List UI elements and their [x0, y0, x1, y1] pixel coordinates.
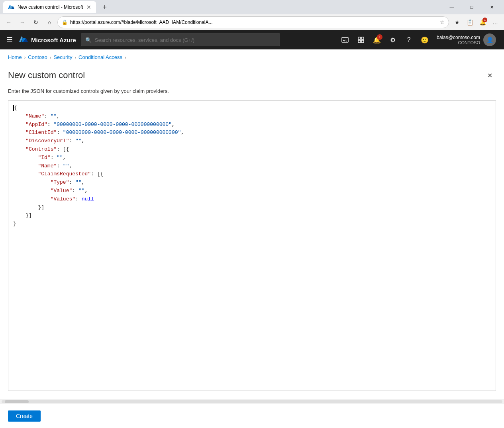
- notification-badge: 1: [482, 18, 487, 22]
- feedback-button[interactable]: 🙂: [418, 33, 432, 47]
- toolbar-actions: ★ 📋 🔔 1 …: [451, 17, 501, 28]
- breadcrumb-sep-3: ›: [75, 55, 76, 60]
- azure-portal-header: ☰ Microsoft Azure 🔍 🔔 1 ⚙: [0, 30, 504, 49]
- user-email: balas@contoso.com: [437, 35, 480, 40]
- json-line-2: "Name": "",: [13, 112, 491, 121]
- panel-description: Enter the JSON for customized controls g…: [8, 88, 496, 94]
- json-line-8: "Name": "",: [13, 162, 491, 171]
- search-icon: 🔍: [85, 37, 92, 43]
- json-line-11: "Value": "",: [13, 187, 491, 195]
- browser-titlebar: New custom control - Microsoft ✕ + — □ ✕: [0, 0, 504, 14]
- breadcrumb-security[interactable]: Security: [53, 54, 72, 60]
- json-line-14: }]: [13, 212, 491, 220]
- browser-toolbar: ← → ↻ ⌂ 🔒 ☆ ★ 📋 🔔 1 …: [0, 14, 504, 30]
- panel-close-button[interactable]: ✕: [483, 69, 496, 82]
- user-avatar: 👤: [483, 33, 496, 46]
- user-text: balas@contoso.com CONTOSO: [437, 35, 480, 45]
- user-profile-area[interactable]: balas@contoso.com CONTOSO 👤: [433, 33, 499, 47]
- user-tenant: CONTOSO: [437, 40, 480, 45]
- svg-rect-3: [358, 40, 361, 43]
- browser-tab[interactable]: New custom control - Microsoft ✕: [3, 1, 96, 13]
- svg-rect-1: [358, 37, 361, 39]
- tab-favicon: [8, 4, 14, 10]
- close-button[interactable]: ✕: [482, 1, 501, 13]
- breadcrumb: Home › Contoso › Security › Conditional …: [0, 49, 504, 65]
- azure-search-input[interactable]: [95, 37, 276, 43]
- json-line-10: "Type": "",: [13, 179, 491, 187]
- browser-menu-button[interactable]: …: [490, 17, 501, 28]
- json-editor[interactable]: { "Name": "", "AppId": "00000000-0000-00…: [8, 101, 496, 391]
- azure-logo-text: Microsoft Azure: [31, 37, 76, 43]
- breadcrumb-conditional-access[interactable]: Conditional Access: [78, 54, 122, 60]
- json-line-3: "AppId": "00000000-0000-0000-0000-000000…: [13, 121, 491, 129]
- cloud-shell-button[interactable]: [338, 33, 352, 47]
- help-button[interactable]: ?: [402, 33, 416, 47]
- home-button[interactable]: ⌂: [44, 17, 55, 28]
- maximize-button[interactable]: □: [463, 1, 481, 13]
- tab-close-button[interactable]: ✕: [86, 4, 91, 10]
- panel-footer: Create: [0, 404, 504, 428]
- window-controls: — □ ✕: [443, 1, 501, 13]
- notifications-button[interactable]: 🔔 1: [370, 33, 384, 47]
- tab-title: New custom control - Microsoft: [18, 4, 83, 10]
- svg-rect-4: [361, 40, 364, 43]
- azure-header-actions: 🔔 1 ⚙ ? 🙂 balas@contoso.com CONTOSO 👤: [338, 33, 499, 47]
- json-editor-container[interactable]: { "Name": "", "AppId": "00000000-0000-00…: [8, 100, 496, 391]
- json-line-7: "Id": "",: [13, 154, 491, 162]
- panel-title: New custom control: [8, 70, 85, 80]
- azure-logo-area: Microsoft Azure: [19, 35, 76, 44]
- collections-button[interactable]: 📋: [464, 17, 475, 28]
- json-line-5: "DiscoveryUrl": "",: [13, 137, 491, 145]
- json-line-12: "Values": null: [13, 195, 491, 204]
- minimize-button[interactable]: —: [443, 1, 461, 13]
- breadcrumb-sep-1: ›: [24, 55, 26, 60]
- breadcrumb-sep-4: ›: [125, 55, 126, 60]
- panel-header: New custom control ✕: [8, 65, 496, 88]
- azure-logo-icon: [19, 35, 28, 44]
- json-line-13: }]: [13, 204, 491, 212]
- favorites-button[interactable]: ★: [451, 17, 463, 28]
- breadcrumb-contoso[interactable]: Contoso: [28, 54, 47, 60]
- json-line-6: "Controls": [{: [13, 145, 491, 154]
- forward-button[interactable]: →: [17, 17, 28, 28]
- notification-count-badge: 1: [377, 34, 382, 40]
- scrollbar-track: [2, 400, 502, 403]
- settings-button[interactable]: ⚙: [386, 33, 400, 47]
- address-input[interactable]: [70, 20, 437, 25]
- json-line-15: }: [13, 220, 491, 228]
- scrollbar-thumb[interactable]: [5, 400, 29, 403]
- back-button[interactable]: ←: [3, 17, 14, 28]
- directory-subscription-button[interactable]: [354, 33, 368, 47]
- more-tools-button[interactable]: 🔔 1: [477, 17, 488, 28]
- svg-rect-2: [361, 37, 364, 39]
- breadcrumb-sep-2: ›: [50, 55, 51, 60]
- hamburger-menu-icon[interactable]: ☰: [5, 34, 14, 46]
- json-line-4: "ClientId": "00000000-0000-0000-0000-000…: [13, 129, 491, 137]
- json-line-9: "ClaimsRequested": [{: [13, 170, 491, 179]
- azure-search-bar[interactable]: 🔍: [81, 33, 280, 46]
- horizontal-scrollbar[interactable]: [0, 399, 504, 404]
- create-button[interactable]: Create: [8, 410, 41, 422]
- lock-icon: 🔒: [62, 20, 68, 25]
- breadcrumb-home[interactable]: Home: [8, 54, 22, 60]
- main-panel: New custom control ✕ Enter the JSON for …: [0, 65, 504, 399]
- browser-window: New custom control - Microsoft ✕ + — □ ✕…: [0, 0, 504, 428]
- new-tab-button[interactable]: +: [99, 2, 110, 13]
- page-content: Home › Contoso › Security › Conditional …: [0, 49, 504, 428]
- json-line-1: {: [13, 104, 491, 112]
- refresh-button[interactable]: ↻: [30, 17, 41, 28]
- favorites-star-icon: ☆: [440, 19, 445, 25]
- address-bar[interactable]: 🔒 ☆: [57, 16, 449, 28]
